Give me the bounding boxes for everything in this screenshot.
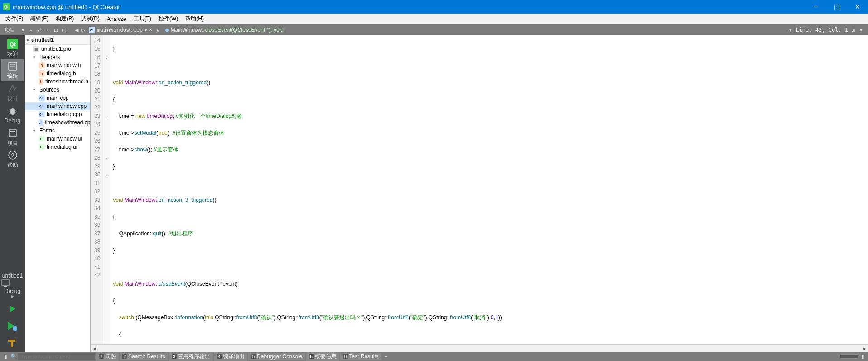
menu-debug[interactable]: 调试(D): [77, 14, 103, 24]
minimize-button[interactable]: ─: [805, 0, 826, 14]
horizontal-scrollbar[interactable]: ◀ ▶: [91, 344, 868, 352]
project-tree[interactable]: ▾untitled1 ▦untitled1.pro ▾Headers hmain…: [25, 35, 91, 352]
help-icon: ?: [7, 150, 18, 161]
code-content[interactable]: } void MainWindow::on_action_triggered()…: [110, 35, 868, 344]
svg-text:Qt: Qt: [10, 41, 15, 48]
output-tab-appoutput[interactable]: 3应用程序输出: [169, 352, 213, 361]
tree-file[interactable]: uitimedialog.ui: [25, 143, 90, 151]
project-root[interactable]: ▾untitled1: [25, 35, 90, 45]
title-bar: Qt mainwindow.cpp @ untitled1 - Qt Creat…: [0, 0, 868, 14]
headers-folder[interactable]: ▾Headers: [25, 53, 90, 61]
svg-point-6: [10, 108, 15, 115]
menu-widgets[interactable]: 控件(W): [155, 14, 182, 24]
menu-bar: 文件(F) 编辑(E) 构建(B) 调试(D) Analyze 工具(T) 控件…: [0, 14, 868, 24]
debug-run-button[interactable]: [6, 319, 19, 333]
split-horizontal-icon[interactable]: ⊞: [850, 27, 856, 33]
cpp-file-icon: c+: [89, 27, 95, 33]
code-editor[interactable]: 1415161718192021222324252627282930313233…: [91, 35, 868, 344]
add-icon[interactable]: +: [44, 27, 51, 33]
link-icon[interactable]: ⇄: [36, 27, 43, 33]
projects-icon: [7, 127, 18, 138]
tree-file[interactable]: htimeshowthread.h: [25, 78, 90, 86]
nav-back-icon[interactable]: ◀: [73, 27, 80, 33]
monitor-icon: [0, 279, 11, 288]
bookmark-icon[interactable]: #: [155, 27, 161, 33]
chevron-icon[interactable]: ▾: [382, 353, 390, 360]
mode-design[interactable]: 设计: [1, 82, 24, 103]
menu-build[interactable]: 构建(B): [52, 14, 77, 24]
crumb-dropdown-icon[interactable]: ▾: [787, 27, 794, 33]
open-file-tab[interactable]: c+ mainwindow.cpp ▾ ×: [86, 24, 155, 35]
dropdown-icon[interactable]: ▾: [20, 27, 26, 33]
svg-rect-20: [11, 342, 13, 347]
mode-help[interactable]: ? 帮助: [1, 148, 24, 170]
status-bar: ▮ 🔍 1问题 2Search Results 3应用程序输出 4编译输出 5D…: [0, 352, 868, 361]
svg-text:?: ?: [11, 152, 14, 159]
crumb-method-icon: ◆: [165, 27, 170, 33]
tree-file[interactable]: uimainwindow.ui: [25, 135, 90, 143]
line-number-gutter: 1415161718192021222324252627282930313233…: [91, 35, 103, 344]
search-icon[interactable]: 🔍: [10, 353, 17, 360]
output-tab-debugger[interactable]: 5Debugger Console: [248, 353, 305, 360]
menu-help[interactable]: 帮助(H): [182, 14, 207, 24]
build-button[interactable]: [6, 337, 19, 350]
progress-bar: [840, 354, 858, 359]
mode-projects[interactable]: 项目: [1, 126, 24, 148]
file-close-icon[interactable]: ×: [149, 27, 152, 33]
locator-input[interactable]: [18, 353, 95, 360]
tree-file[interactable]: c+timedialog.cpp: [25, 110, 90, 118]
svg-line-7: [9, 110, 10, 111]
svg-point-18: [13, 326, 17, 331]
svg-rect-19: [8, 340, 15, 342]
bug-icon: [7, 106, 18, 117]
run-button[interactable]: [6, 302, 19, 316]
design-icon: [7, 83, 18, 94]
scroll-left-icon[interactable]: ◀: [91, 345, 98, 352]
editor-menu-icon[interactable]: ▾: [858, 27, 864, 33]
scroll-right-icon[interactable]: ▶: [860, 345, 868, 352]
output-tab-tests[interactable]: 8Test Results: [340, 353, 381, 360]
fold-column[interactable]: ⌄⌄⌄⌄: [103, 35, 110, 344]
filter-icon[interactable]: ▿: [28, 27, 34, 33]
qt-logo-icon: Qt: [3, 3, 10, 10]
output-tab-compile[interactable]: 4编译输出: [214, 352, 247, 361]
tree-file[interactable]: hmainwindow.h: [25, 61, 90, 69]
edit-icon: [7, 61, 18, 72]
tree-file[interactable]: c+timeshowthread.cpp: [25, 118, 90, 127]
close-pane-icon[interactable]: ▢: [61, 27, 67, 33]
svg-rect-11: [9, 129, 16, 137]
mode-edit[interactable]: 编辑: [1, 59, 24, 81]
toggle-right-sidebar-icon[interactable]: ▮: [859, 353, 866, 360]
svg-line-8: [15, 110, 16, 111]
tree-file[interactable]: c+main.cpp: [25, 94, 90, 102]
nav-fwd-icon[interactable]: ▷: [80, 27, 86, 33]
svg-rect-15: [1, 280, 10, 285]
menu-edit[interactable]: 编辑(E): [27, 14, 52, 24]
svg-line-9: [9, 112, 10, 113]
symbol-crumb[interactable]: ◆ MainWindow::closeEvent(QCloseEvent *):…: [161, 27, 787, 33]
line-col-indicator[interactable]: Line: 42, Col: 1: [796, 27, 848, 33]
toggle-left-sidebar-icon[interactable]: ▮: [2, 353, 9, 360]
target-selector[interactable]: untitled1 Debug ▶: [0, 271, 25, 300]
menu-analyze[interactable]: Analyze: [103, 15, 130, 24]
svg-line-10: [15, 112, 16, 113]
output-tab-search[interactable]: 2Search Results: [120, 353, 168, 360]
mode-debug[interactable]: Debug: [1, 104, 24, 126]
sources-folder[interactable]: ▾Sources: [25, 86, 90, 94]
menu-tools[interactable]: 工具(T): [130, 14, 155, 24]
output-tab-general[interactable]: 6概要信息: [306, 352, 339, 361]
tree-file-current[interactable]: c+mainwindow.cpp: [25, 102, 90, 110]
forms-folder[interactable]: ▾Forms: [25, 127, 90, 135]
svg-rect-16: [4, 286, 7, 287]
tree-file[interactable]: htimedialog.h: [25, 69, 90, 78]
menu-file[interactable]: 文件(F): [2, 14, 27, 24]
project-selector-label[interactable]: 项目: [2, 26, 18, 34]
output-tab-issues[interactable]: 1问题: [96, 352, 119, 361]
qt-welcome-icon: Qt: [7, 39, 18, 49]
pro-file[interactable]: ▦untitled1.pro: [25, 45, 90, 53]
split-icon[interactable]: ⊟: [53, 27, 59, 33]
close-button[interactable]: ✕: [847, 0, 868, 14]
maximize-button[interactable]: ▢: [826, 0, 847, 14]
mode-welcome[interactable]: Qt 欢迎: [1, 37, 24, 59]
file-dropdown-icon[interactable]: ▾: [145, 27, 147, 33]
